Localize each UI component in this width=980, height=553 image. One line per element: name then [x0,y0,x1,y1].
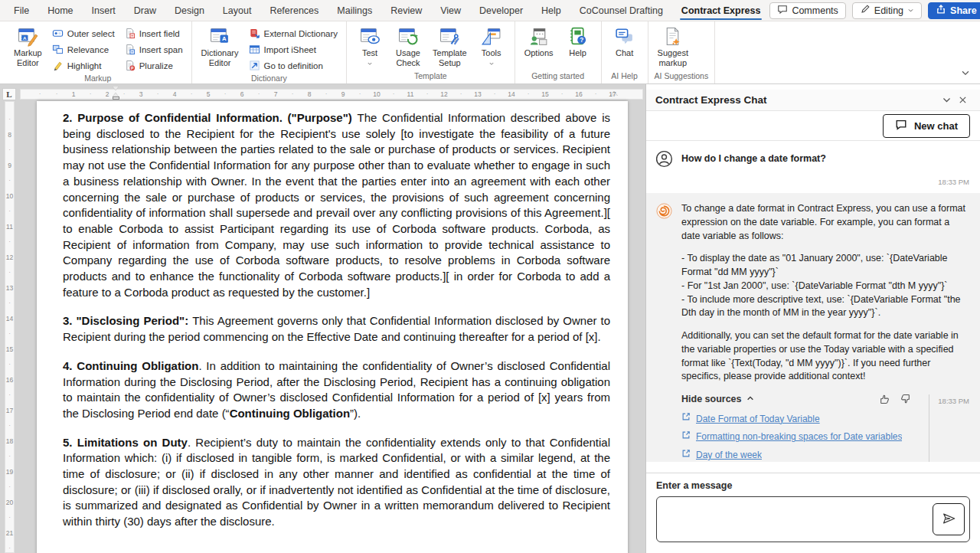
svg-text:P: P [131,66,134,70]
menu-tab-draw[interactable]: Draw [125,0,165,21]
help-button[interactable]: ?Help [561,25,595,60]
share-button[interactable]: Share [928,2,980,19]
hide-sources-label: Hide sources [681,394,742,404]
new-chat-button[interactable]: New chat [883,114,970,138]
highlight-icon [52,60,64,71]
source-item: Date Format of Today Variable [681,412,922,426]
menu-tab-design[interactable]: Design [165,0,214,21]
relevance-icon [52,44,64,55]
chat-button[interactable]: Chat [608,25,642,60]
template-setup-button[interactable]: TemplateSetup [430,25,470,70]
svg-text:A: A [221,35,226,42]
relevance-button-label: Relevance [67,45,109,54]
ribbon-group-label: Getting started [521,70,595,82]
send-icon [941,511,956,528]
document-content: 2. Purpose of Confidential Information. … [37,101,628,530]
outer-select-button[interactable]: Outer select [50,26,117,41]
usage-check-button[interactable]: UsageCheck [391,25,425,70]
document-page[interactable]: 2. Purpose of Confidential Information. … [37,101,628,553]
usage-check-icon [398,26,419,47]
go-to-definition-button-label: Go to definition [264,61,323,70]
menu-tab-view[interactable]: View [431,0,470,21]
pluralize-button[interactable]: PPluralize [122,58,185,73]
ribbon-group-dictionary: ADictionaryEditorExternal DictionaryImpo… [192,21,347,83]
menu-tab-file[interactable]: File [5,0,38,21]
menu-tab-bar: FileHomeInsertDrawDesignLayoutReferences… [5,0,769,21]
user-avatar-icon [655,150,673,187]
menu-tab-insert[interactable]: Insert [83,0,125,21]
suggest-markup-button[interactable]: Suggestmarkup [655,25,691,70]
pencil-icon [860,4,871,17]
panel-collapse-button[interactable] [939,93,955,106]
insert-span-button[interactable]: Insert span [122,42,185,57]
test-button[interactable]: Test [353,25,387,68]
assistant-message-text: To change a date format in Contract Expr… [681,202,969,384]
external-dictionary-button-label: External Dictionary [264,29,338,38]
meta-divider [929,394,929,462]
go-to-definition-button[interactable]: Go to definition [247,58,341,73]
ribbon-group-label: AI Suggestions [655,70,709,82]
menu-tab-help[interactable]: Help [532,0,570,21]
tab-stop-selector[interactable]: L [2,88,16,100]
contract-express-chat-panel: Contract Express Chat New chat How do I … [645,84,980,553]
document-paragraph: 2. Purpose of Confidential Information. … [63,110,610,300]
external-link-icon [681,449,691,462]
dictionary-editor-button[interactable]: ADictionaryEditor [198,25,242,70]
menu-tab-references[interactable]: References [260,0,328,21]
menu-tab-review[interactable]: Review [381,0,431,21]
outer-select-button-label: Outer select [67,29,115,38]
assistant-text-block: Additionally, you can set the default fo… [681,329,969,384]
thumbs-up-button[interactable] [879,393,891,405]
share-label: Share [950,5,977,16]
ribbon-group-getting-started: Options?HelpGetting started [515,21,602,83]
new-chat-label: New chat [914,120,958,132]
assistant-message-body: To change a date format in Contract Expr… [681,202,969,462]
insert-field-button[interactable]: Insert field [122,26,185,41]
send-button[interactable] [933,503,965,535]
chevron-down-icon [367,60,373,67]
menu-tab-developer[interactable]: Developer [470,0,532,21]
chat-messages: How do I change a date format? 18:33 PM … [646,141,980,462]
source-link[interactable]: Formatting non-breaking spaces for Date … [696,430,902,443]
hide-sources-toggle[interactable]: Hide sources [681,394,754,404]
collapse-ribbon-button[interactable] [960,67,971,80]
svg-text:?: ? [580,36,583,44]
comments-label: Comments [792,5,838,16]
menu-tab-home[interactable]: Home [38,0,82,21]
menu-tab-cocounsel-drafting[interactable]: CoCounsel Drafting [570,0,672,21]
test-icon [360,26,381,47]
suggest-markup-button-label: Suggestmarkup [658,48,688,68]
markup-editor-button[interactable]: AMarkupEditor [11,25,45,70]
feedback-buttons [879,393,922,405]
external-dictionary-button[interactable]: External Dictionary [247,26,341,41]
vertical-ruler[interactable]: ·8·9·10·11·12·13·14·15·16·17·18·19·20·21… [5,101,15,553]
highlight-button-label: Highlight [67,61,102,70]
relevance-button[interactable]: Relevance [50,42,117,57]
comments-button[interactable]: Comments [769,2,845,19]
import-isheet-button-label: Import iSheet [264,45,316,54]
help-button-label: Help [569,48,586,58]
tools-button[interactable]: Tools [475,25,508,68]
editing-mode-button[interactable]: Editing [852,2,922,19]
menu-tab-contract-express[interactable]: Contract Express [672,0,770,21]
chat-bubble-icon [895,119,907,133]
assistant-message: To change a date format in Contract Expr… [646,193,980,462]
thumbs-down-button[interactable] [899,393,911,405]
assistant-message-meta: 18:33 PM Hide sources Date Format o [681,393,969,462]
panel-close-button[interactable] [955,93,971,106]
highlight-button[interactable]: Highlight [50,58,117,73]
source-link[interactable]: Date Format of Today Variable [696,413,820,426]
message-input[interactable] [656,496,970,542]
dictionary-editor-icon: A [210,26,230,47]
menu-tab-mailings[interactable]: Mailings [328,0,381,21]
options-button[interactable]: Options [521,25,557,60]
import-isheet-button[interactable]: Import iSheet [247,42,341,57]
menu-tab-layout[interactable]: Layout [214,0,261,21]
external-dictionary-icon [249,28,260,39]
source-link[interactable]: Day of the week [696,449,762,462]
horizontal-ruler[interactable]: ··1·2·3·4·5·6·7·8·9·10·11·12·13·14·15·16… [20,89,643,100]
suggest-markup-icon [662,26,683,47]
insert-field-icon [124,28,136,39]
external-link-icon [681,412,691,426]
user-message-time: 18:33 PM [681,177,969,187]
